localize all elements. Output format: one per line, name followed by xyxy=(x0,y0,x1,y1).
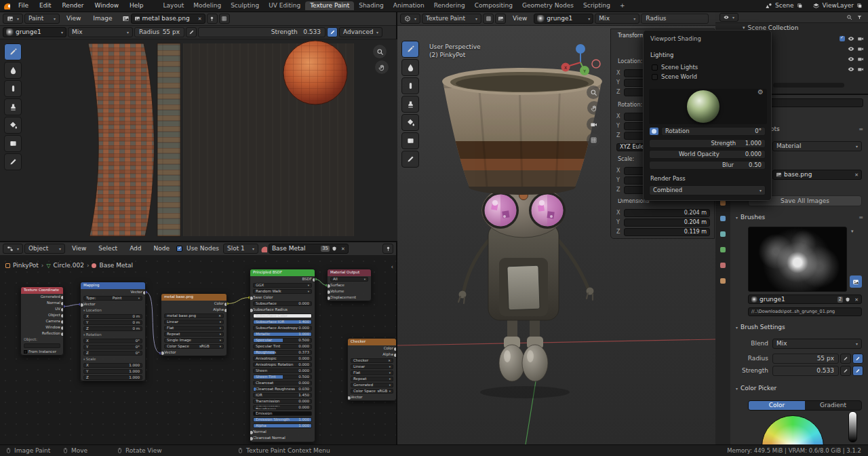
brush-datablock[interactable]: grunge1 xyxy=(534,14,593,24)
editor-type-button[interactable] xyxy=(400,14,420,24)
unlink-material-icon[interactable] xyxy=(339,246,345,252)
node-row[interactable]: Normal Normal xyxy=(21,300,63,306)
radius-slider[interactable]: Radius55 px xyxy=(134,27,184,37)
strength-pressure-icon[interactable] xyxy=(327,27,338,37)
workspace-tab[interactable]: Animation xyxy=(389,1,429,10)
node-row[interactable]: metal base.png metal base.png xyxy=(161,313,226,319)
toggle-row[interactable]: Scene Lights xyxy=(652,64,764,71)
world-sphere-icon[interactable] xyxy=(649,127,659,136)
workspace-tab[interactable]: Rendering xyxy=(429,1,470,10)
node-row[interactable]: Base Color Base Color xyxy=(250,294,315,301)
strength-pressure-icon[interactable] xyxy=(840,366,851,376)
zoom-widget[interactable] xyxy=(587,86,600,99)
paint-tool-button[interactable] xyxy=(4,135,22,152)
node-row[interactable]: Type: Type:Point xyxy=(81,295,145,301)
vertex-mask-icon[interactable] xyxy=(495,14,506,24)
selectable-checkbox[interactable] xyxy=(840,36,845,41)
node-row[interactable]: IOR IOR1.450 xyxy=(250,392,315,398)
number-field-row[interactable]: Y0.204 m xyxy=(616,218,710,227)
blend-mode-dropdown[interactable]: Mix xyxy=(68,27,133,37)
node-row[interactable]: Subsurface Radius Subsurface Radius xyxy=(250,307,315,313)
properties-tab[interactable] xyxy=(716,229,730,239)
strength-slider[interactable]: Strength0.533 xyxy=(198,27,326,37)
horizontal-scrollbar[interactable] xyxy=(773,83,844,88)
fake-user-shield-icon[interactable] xyxy=(332,245,337,252)
node-row[interactable]: Subsurface IOR Subsurface IOR1.400 xyxy=(250,319,315,325)
shader-editor-menu[interactable]: Node xyxy=(149,246,176,252)
node-mapping[interactable]: Mapping Vector Vector Type: Type:Point V… xyxy=(80,282,146,381)
node-row[interactable]: Linear Linear xyxy=(161,319,226,325)
node-row[interactable]: Z Z1.000 xyxy=(81,375,145,381)
render-visibility-icon[interactable] xyxy=(857,45,864,52)
node-row[interactable]: Alpha Alpha xyxy=(348,352,396,358)
render-pass-dropdown[interactable]: Combined xyxy=(649,185,766,195)
editor-type-button[interactable] xyxy=(3,244,23,254)
navigation-gizmo[interactable]: Y X xyxy=(559,41,604,86)
node-row[interactable]: Subsurface Subsurface0.000 xyxy=(250,301,315,307)
search-icon[interactable] xyxy=(846,14,852,21)
slot-dropdown[interactable]: Slot 1 xyxy=(223,244,258,254)
topbar-menu[interactable]: Help xyxy=(124,3,149,9)
properties-tab[interactable] xyxy=(716,214,730,223)
shader-editor-menu[interactable]: Select xyxy=(93,246,123,252)
node-row[interactable]: Reflection Reflection xyxy=(21,330,63,337)
radius-pressure-icon[interactable] xyxy=(840,354,851,364)
color-picker-panel-header[interactable]: Color Picker xyxy=(736,385,863,392)
node-row[interactable]: Roughness Roughness0.373 xyxy=(250,349,315,356)
panel-title[interactable]: Transform xyxy=(618,33,645,39)
unlink-brush-icon[interactable] xyxy=(852,297,859,303)
node-row[interactable]: Vector Vector xyxy=(348,394,396,400)
node-row[interactable]: Object Object xyxy=(21,312,63,318)
node-row[interactable]: Y Y1.000 xyxy=(81,368,145,375)
value-slider[interactable] xyxy=(848,411,857,442)
paint-tool-button[interactable] xyxy=(401,59,419,76)
properties-tab[interactable] xyxy=(716,276,730,286)
node-row[interactable]: Specular Tint Specular Tint0.000 xyxy=(250,343,315,349)
preview-expand-icon[interactable]: ▾ xyxy=(851,229,854,234)
node-row[interactable]: BSDF BSDF xyxy=(250,276,315,282)
radius-slider[interactable]: 55 px xyxy=(772,354,839,364)
node-row[interactable]: Emission Strength Emission Strength1.000 xyxy=(250,417,315,423)
node-row[interactable]: Transmission Transmission0.000 xyxy=(250,398,315,404)
viewlayer-name[interactable]: ViewLayer xyxy=(820,3,856,9)
node-row[interactable]: Surface Surface xyxy=(328,282,371,288)
node-row[interactable]: Rotation Rotation xyxy=(81,332,145,338)
node-row[interactable]: Anisotropic Rotation Anisotropic Rotatio… xyxy=(250,362,315,368)
pan-widget[interactable] xyxy=(587,101,601,115)
node-row[interactable]: GGX GGX xyxy=(250,282,315,288)
paint-tool-button[interactable] xyxy=(4,153,22,170)
breadcrumb-object[interactable]: PinkyPot xyxy=(13,263,39,269)
node-row[interactable]: Metallic Metallic1.000 xyxy=(250,331,315,337)
node-row[interactable]: Generated Generated xyxy=(348,382,396,388)
brushes-panel-header[interactable]: Brushes≡ xyxy=(736,214,863,221)
node-row[interactable]: Alpha Alpha1.000 xyxy=(250,423,315,429)
use-nodes-checkbox[interactable] xyxy=(176,246,182,252)
editor-type-button[interactable] xyxy=(719,13,738,22)
node-row[interactable]: Subsurface Color Subsurface Color xyxy=(250,313,315,319)
node-header[interactable]: metal base.png xyxy=(161,294,226,301)
checkbox[interactable] xyxy=(652,74,658,80)
node-header[interactable]: Checker xyxy=(348,339,396,345)
image-datablock[interactable]: metal base.png xyxy=(131,14,205,24)
node-row[interactable]: Y Y0 m xyxy=(81,320,145,326)
paint-tool-button[interactable] xyxy=(4,98,22,115)
workspace-tab[interactable]: Geometry Nodes xyxy=(517,1,578,10)
shading-slider[interactable]: Blur0.50 xyxy=(649,161,766,170)
brush-datablock[interactable]: grunge1 2 xyxy=(748,294,862,304)
node-checker-texture[interactable]: Checker Color Color Alpha Alpha Checker … xyxy=(347,338,396,401)
node-editor-canvas[interactable]: PinkyPot › ▽ Circle.002 › Base Metal ‹ T… xyxy=(0,256,396,444)
node-row[interactable]: Checker Checker xyxy=(348,358,396,364)
node-row[interactable]: Vector Vector xyxy=(161,349,226,356)
node-texture-coordinate[interactable]: Texture Coordinate Generated Generated N… xyxy=(20,286,64,356)
canvas-image-datablock[interactable]: base.png xyxy=(772,170,862,180)
node-row[interactable]: Color Space Color SpacesRGB xyxy=(161,343,226,349)
node-row[interactable]: Color Color xyxy=(161,301,226,307)
node-row[interactable]: Vector Vector xyxy=(81,301,145,307)
collapse-region-icon[interactable]: ‹ xyxy=(391,264,393,270)
node-row[interactable]: From Instancer From Instancer xyxy=(21,349,63,355)
paint-tool-button[interactable] xyxy=(401,96,419,113)
strength-slider[interactable]: 0.533 xyxy=(772,366,839,376)
breadcrumb-material[interactable]: Base Metal xyxy=(99,263,133,269)
node-header[interactable]: Material Output xyxy=(328,269,371,276)
node-row[interactable]: X X0° xyxy=(81,338,145,344)
